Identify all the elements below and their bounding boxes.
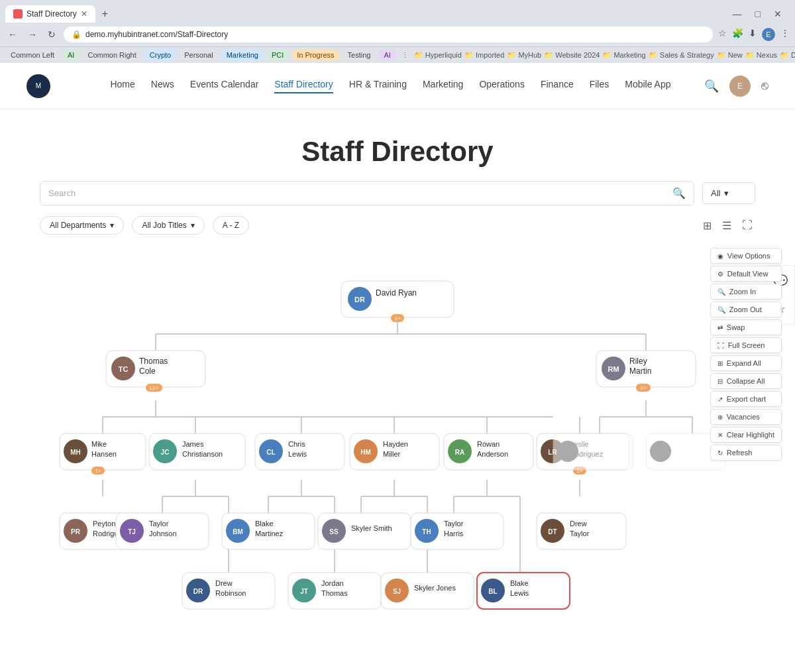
node-taylor-harris[interactable]: TH Taylor Harris	[411, 513, 504, 549]
svg-text:CL: CL	[266, 449, 275, 456]
bookmark-sales[interactable]: 📁 Sales & Strategy	[649, 51, 714, 60]
panel-vacancies[interactable]: ⊕ Vacancies	[710, 409, 782, 425]
search-input[interactable]	[48, 188, 672, 198]
node-chris-lewis[interactable]: CL Chris Lewis	[255, 433, 344, 470]
node-david-ryan[interactable]: DR David Ryan 2+	[341, 281, 454, 322]
bookmark-testing[interactable]: Testing	[343, 50, 376, 60]
departments-filter[interactable]: All Departments ▾	[40, 216, 124, 235]
nav-operations[interactable]: Operations	[479, 79, 524, 93]
bookmark-pci[interactable]: PCI	[266, 50, 289, 60]
reload-button[interactable]: ↻	[45, 27, 58, 42]
panel-zoom-out[interactable]: 🔍 Zoom Out	[710, 302, 782, 317]
node-hayden-miller[interactable]: HM Hayden Miller	[350, 433, 439, 470]
bookmark-marketing-2[interactable]: 📁 Marketing	[602, 51, 645, 60]
export-chart-icon: ↗	[717, 396, 723, 403]
bookmark-personal[interactable]: Personal	[179, 50, 218, 60]
node-thomas-cole[interactable]: TC Thomas Cole 11+	[106, 351, 205, 392]
list-view-button[interactable]: ☰	[719, 217, 734, 235]
bookmark-website[interactable]: 📁 Website 2024	[544, 51, 600, 60]
new-tab-button[interactable]: +	[97, 5, 113, 23]
restore-button[interactable]: □	[753, 6, 763, 22]
panel-swap[interactable]: ⇄ Swap	[710, 319, 782, 335]
panel-refresh[interactable]: ↻ Refresh	[710, 445, 782, 461]
svg-text:Martinez: Martinez	[255, 530, 284, 537]
nav-hr[interactable]: HR & Training	[349, 79, 407, 93]
panel-full-screen[interactable]: ⛶ Full Screen	[710, 337, 782, 353]
bookmark-new[interactable]: 📁 New	[717, 51, 743, 60]
bookmark-in-progress[interactable]: In Progress	[292, 50, 339, 60]
node-drew-taylor[interactable]: DT Drew Taylor	[537, 513, 626, 549]
bookmark-imported[interactable]: 📁 Imported	[464, 51, 504, 60]
tab-close-button[interactable]: ✕	[81, 9, 87, 19]
job-titles-label: All Job Titles	[142, 221, 186, 230]
forward-button[interactable]: →	[25, 27, 40, 42]
panel-expand-all[interactable]: ⊞ Expand All	[710, 355, 782, 371]
address-bar[interactable]: 🔒 demo.myhubintranet.com/Staff-Directory	[64, 27, 713, 42]
org-chart-scroll[interactable]: DR David Ryan 2+ TC Thomas Cole 11+	[0, 248, 795, 672]
panel-collapse-all[interactable]: ⊟ Collapse All	[710, 373, 782, 389]
back-button[interactable]: ←	[5, 27, 20, 42]
grid-view-button[interactable]: ⊞	[700, 217, 714, 235]
panel-default-view[interactable]: ⚙ Default View	[710, 266, 782, 282]
nav-news[interactable]: News	[151, 79, 174, 93]
nav-finance[interactable]: Finance	[541, 79, 574, 93]
panel-clear-highlight[interactable]: ✕ Clear Highlight	[710, 427, 782, 443]
nav-events[interactable]: Events Calendar	[190, 79, 259, 93]
bookmark-data-room[interactable]: 📁 Data Room	[780, 51, 795, 60]
node-rowan-anderson[interactable]: RA Rowan Anderson	[444, 433, 533, 470]
node-taylor-johnson[interactable]: TJ Taylor Johnson	[116, 513, 209, 549]
node-drew-robinson[interactable]: DR Drew Robinson	[182, 573, 275, 609]
view-icons: ⊞ ☰ ⛶	[700, 217, 755, 235]
node-riley-martin[interactable]: RM Riley Martin 8+	[596, 351, 696, 392]
extensions-icon[interactable]: 🧩	[732, 28, 743, 41]
svg-text:TH: TH	[422, 528, 431, 535]
node-mike-hansen[interactable]: MH Mike Hansen 1+	[60, 433, 146, 475]
node-jordan-thomas[interactable]: JT Jordan Thomas	[288, 573, 381, 609]
bookmark-nexus[interactable]: 📁 Nexus	[745, 51, 777, 60]
node-riley-child1[interactable]	[553, 433, 633, 470]
panel-export-chart[interactable]: ↗ Export chart	[710, 391, 782, 407]
expand-all-label: Expand All	[727, 359, 761, 367]
node-blake-martinez[interactable]: BM Blake Martinez	[222, 513, 315, 549]
nav-files[interactable]: Files	[590, 79, 610, 93]
nav-marketing[interactable]: Marketing	[423, 79, 463, 93]
nav-mobile[interactable]: Mobile App	[625, 79, 670, 93]
search-box[interactable]: 🔍	[40, 181, 694, 205]
active-tab[interactable]: Staff Directory ✕	[5, 5, 95, 23]
close-window-button[interactable]: ✕	[771, 6, 784, 22]
bookmark-hyperliquid[interactable]: 📁 Hyperliquid	[414, 51, 462, 60]
nav-actions: 🔍 E ⎋	[704, 76, 768, 97]
departments-label: All Departments	[50, 221, 106, 230]
zoom-in-icon: 🔍	[717, 288, 725, 296]
bookmark-icon[interactable]: ☆	[718, 28, 727, 41]
profile-icon[interactable]: E	[762, 28, 775, 41]
menu-icon[interactable]: ⋮	[780, 28, 790, 41]
node-skyler-smith[interactable]: SS Skyler Smith	[318, 513, 411, 549]
bookmark-common-right[interactable]: Common Right	[82, 50, 141, 60]
bookmark-marketing[interactable]: Marketing	[221, 50, 264, 60]
all-select[interactable]: All ▾	[702, 182, 755, 204]
bookmark-ai-2[interactable]: AI	[378, 50, 396, 60]
nav-staff-directory[interactable]: Staff Directory	[274, 79, 333, 93]
bookmark-myhub[interactable]: 📁 MyHub	[507, 51, 541, 60]
minimize-button[interactable]: —	[730, 6, 745, 22]
zoom-in-label: Zoom In	[729, 288, 756, 296]
bookmark-crypto[interactable]: Crypto	[144, 50, 176, 60]
sort-filter[interactable]: A - Z	[213, 216, 249, 235]
job-titles-filter[interactable]: All Job Titles ▾	[132, 216, 204, 235]
org-view-button[interactable]: ⛶	[739, 217, 755, 235]
logout-button[interactable]: ⎋	[761, 79, 768, 93]
download-icon[interactable]: ⬇	[749, 28, 757, 41]
panel-zoom-in[interactable]: 🔍 Zoom In	[710, 284, 782, 300]
bookmark-common-left[interactable]: Common Left	[5, 50, 60, 60]
nav-home[interactable]: Home	[110, 79, 134, 93]
node-skyler-jones[interactable]: SJ Skyler Jones	[381, 573, 474, 609]
user-avatar[interactable]: E	[729, 76, 751, 97]
node-james-christianson[interactable]: JC James Christianson	[149, 433, 245, 470]
search-button[interactable]: 🔍	[704, 79, 719, 93]
node-blake-lewis[interactable]: BL Blake Lewis	[477, 573, 570, 609]
svg-text:8+: 8+	[640, 385, 646, 391]
panel-view-options[interactable]: ◉ View Options	[710, 248, 782, 264]
bookmark-ai-1[interactable]: AI	[62, 50, 80, 60]
svg-text:Robinson: Robinson	[215, 589, 246, 597]
